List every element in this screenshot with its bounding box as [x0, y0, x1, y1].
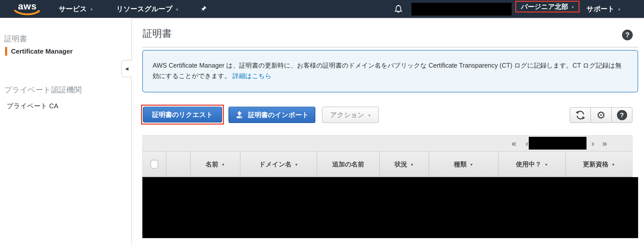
column-header-status[interactable]: 状況 ▼ [380, 152, 429, 177]
select-all-checkbox[interactable] [151, 160, 158, 168]
import-certificate-button[interactable]: 証明書のインポート [228, 107, 315, 123]
learn-more-link[interactable]: 詳細はこちら [233, 72, 271, 79]
sidebar-item-private-ca[interactable]: プライベート CA [7, 102, 58, 111]
notifications-button[interactable] [394, 0, 403, 18]
question-mark-glyph: ? [625, 31, 630, 39]
bell-icon [394, 4, 403, 14]
request-certificate-label: 証明書のリクエスト [152, 110, 213, 119]
help-icon: ? [617, 110, 627, 120]
sort-caret-icon: ▼ [410, 162, 414, 167]
column-header-in-use[interactable]: 使用中？ ▼ [499, 152, 566, 177]
chevron-left-icon: ‹ [525, 138, 528, 148]
pagination-next-button[interactable]: › [587, 136, 599, 151]
column-header-domain-name[interactable]: ドメイン名 ▼ [240, 152, 317, 177]
sort-caret-icon: ▼ [545, 162, 548, 167]
sidebar-section-private-ca: プライベート認証機関 [4, 85, 82, 95]
column-header-additional-names[interactable]: 追加の名前 [317, 152, 380, 177]
table-toolbar: ⚙ ? [570, 107, 632, 123]
chevron-down-icon: ▾ [176, 6, 178, 12]
nav-support[interactable]: サポート ▾ [586, 0, 620, 18]
redacted-account-name [411, 3, 512, 16]
chevron-down-icon: ▾ [368, 112, 371, 118]
nav-support-label: サポート [586, 4, 615, 14]
sort-caret-icon: ▼ [470, 162, 473, 167]
question-mark-glyph: ? [620, 112, 624, 119]
nav-services[interactable]: サービス ▾ [59, 0, 93, 18]
pagination-first-button[interactable]: « [508, 136, 520, 151]
chevron-down-icon: ▾ [572, 4, 574, 10]
sidebar-collapse-button[interactable]: ◀ [121, 60, 132, 77]
redacted-page-info [529, 137, 586, 150]
double-chevron-left-icon: « [512, 138, 516, 148]
column-header-name[interactable]: 名前 ▼ [191, 152, 240, 177]
import-certificate-label: 証明書のインポート [248, 111, 308, 119]
gear-icon: ⚙ [596, 110, 606, 120]
sidebar: 証明書 Certificate Manager プライベート認証機関 プライベー… [0, 18, 132, 245]
info-text: AWS Certificate Manager は、証明書の更新時に、お客様の証… [153, 62, 622, 79]
column-header-renewal-eligibility[interactable]: 更新資格 ▼ [566, 152, 632, 177]
nav-services-label: サービス [59, 4, 87, 14]
top-nav: aws サービス ▾ リソースグループ ▾ [0, 0, 644, 18]
region-label: バージニア北部 [521, 2, 568, 11]
refresh-icon [576, 110, 585, 120]
chevron-down-icon: ▾ [90, 6, 93, 12]
double-chevron-right-icon: » [602, 138, 607, 148]
nav-resource-groups[interactable]: リソースグループ ▾ [116, 0, 178, 18]
active-indicator-bar [5, 47, 7, 56]
pin-shortcut-button[interactable] [200, 0, 207, 18]
upload-icon [235, 111, 244, 119]
sort-caret-icon: ▼ [612, 162, 615, 167]
request-certificate-button[interactable]: 証明書のリクエスト [143, 107, 222, 122]
expand-column-header [166, 152, 191, 177]
sort-caret-icon: ▼ [222, 162, 225, 167]
refresh-button[interactable] [570, 107, 591, 123]
page-help-icon[interactable]: ? [622, 30, 633, 40]
page-title: 証明書 [143, 27, 172, 40]
settings-button[interactable]: ⚙ [591, 107, 612, 123]
collapse-left-icon: ◀ [125, 66, 128, 71]
actions-dropdown-button[interactable]: アクション ▾ [322, 107, 379, 123]
sidebar-item-label: プライベート CA [7, 102, 58, 111]
pin-icon [200, 5, 207, 13]
redacted-table-body [142, 177, 638, 238]
table-help-button[interactable]: ? [612, 107, 632, 123]
actions-label: アクション [330, 111, 364, 119]
certificates-table-header: 名前 ▼ ドメイン名 ▼ 追加の名前 状況 ▼ 種類 ▼ 使用中？ ▼ 更新資格… [142, 152, 632, 177]
select-all-cell [143, 152, 166, 177]
sidebar-item-label: Certificate Manager [11, 47, 73, 55]
sort-caret-icon: ▼ [295, 162, 298, 167]
region-selector[interactable]: バージニア北部 ▾ [516, 2, 579, 11]
sidebar-section-certificates: 証明書 [4, 34, 27, 44]
title-divider [142, 47, 638, 47]
nav-resource-groups-label: リソースグループ [116, 4, 172, 14]
sidebar-item-certificate-manager[interactable]: Certificate Manager [5, 47, 73, 56]
acm-console: aws サービス ▾ リソースグループ ▾ [0, 0, 644, 245]
ct-logging-info-banner: AWS Certificate Manager は、証明書の更新時に、お客様の証… [142, 50, 638, 92]
annotation-box-region: バージニア北部 ▾ [515, 1, 580, 13]
aws-logo[interactable]: aws [11, 2, 43, 16]
chevron-right-icon: › [591, 138, 594, 148]
chevron-down-icon: ▾ [618, 6, 620, 12]
column-header-type[interactable]: 種類 ▼ [429, 152, 499, 177]
pagination-last-button[interactable]: » [599, 136, 610, 151]
